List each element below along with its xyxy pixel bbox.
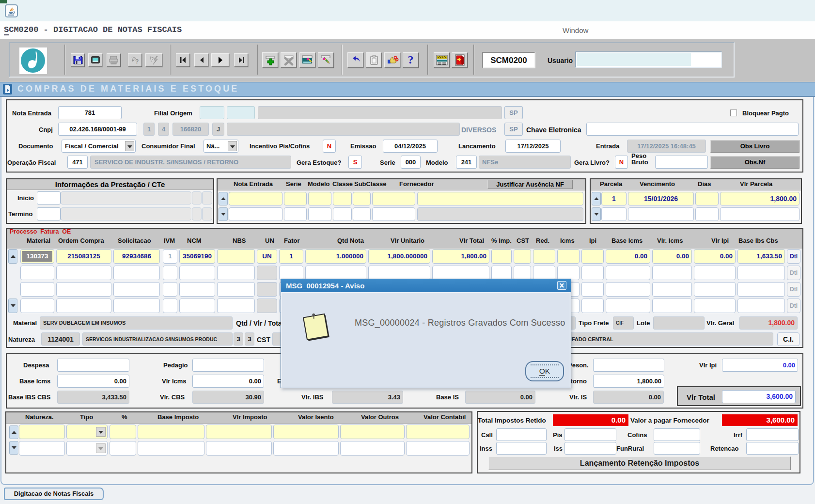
svg-text:?: ? — [135, 58, 139, 65]
